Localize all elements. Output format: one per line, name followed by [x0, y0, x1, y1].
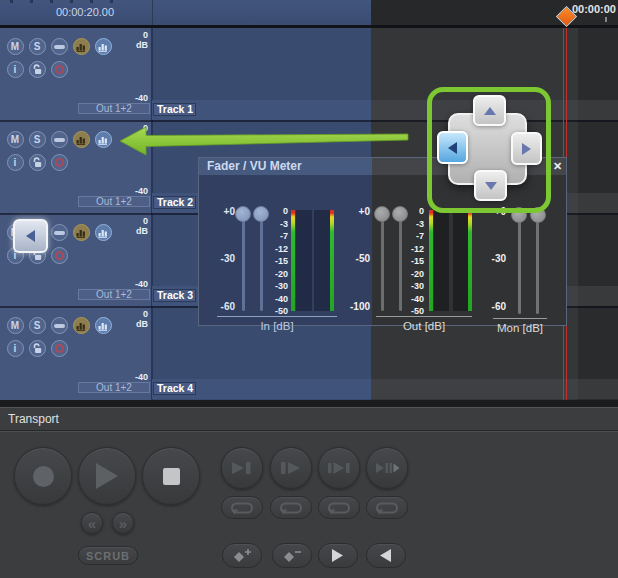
record-arm-button[interactable]: [51, 247, 68, 264]
meter-blue-button[interactable]: [95, 38, 112, 55]
in-fader-scale-0: +0: [205, 206, 235, 217]
loop-button-3[interactable]: [318, 496, 360, 519]
in-fader-scale-60: -60: [205, 301, 235, 312]
loop-button-1[interactable]: [221, 496, 263, 519]
loop-icon: [279, 501, 303, 515]
pan-button[interactable]: [51, 131, 68, 148]
forward-button[interactable]: »: [112, 512, 134, 534]
forward-icon: »: [119, 516, 127, 531]
track-name-tab[interactable]: Track 1: [153, 103, 196, 116]
pan-button[interactable]: [51, 224, 68, 241]
solo-label: S: [34, 135, 41, 145]
record-arm-button[interactable]: [51, 154, 68, 171]
pan-button[interactable]: [51, 317, 68, 334]
meter-blue-button[interactable]: [95, 224, 112, 241]
lock-button[interactable]: [29, 154, 46, 171]
track-name-tab[interactable]: Track 3: [153, 289, 196, 302]
loop-button-2[interactable]: [270, 496, 312, 519]
rewind-icon: «: [88, 516, 96, 531]
scrub-button[interactable]: SCRUB: [78, 546, 138, 565]
step-forward-button[interactable]: [318, 543, 358, 568]
meter-blue-button[interactable]: [95, 131, 112, 148]
mute-label: M: [11, 135, 19, 145]
scale-tick: 0: [259, 206, 288, 216]
mon-fader-track-left: [518, 214, 521, 314]
fader-scale-bottom: -40: [118, 186, 148, 196]
scale-tick: -30: [259, 281, 288, 291]
output-select[interactable]: Out 1+2: [78, 382, 150, 393]
step-back-button[interactable]: [366, 543, 406, 568]
nav-left-button-floating[interactable]: [13, 219, 48, 253]
transport-title: Transport: [8, 412, 59, 426]
output-select[interactable]: Out 1+2: [78, 103, 150, 114]
play-from-start-button[interactable]: [270, 447, 312, 489]
lock-button[interactable]: [29, 61, 46, 78]
marker-add-button[interactable]: [222, 543, 262, 568]
play-pause-play-button[interactable]: [366, 447, 408, 489]
record-arm-button[interactable]: [51, 340, 68, 357]
fader-scale-unit: dB: [118, 319, 148, 329]
output-select[interactable]: Out 1+2: [78, 289, 150, 300]
in-fader-track-left: [242, 214, 245, 311]
mute-button[interactable]: M: [7, 38, 24, 55]
marker-add-icon: [231, 548, 253, 564]
close-icon[interactable]: ✕: [550, 159, 565, 174]
lock-open-icon: [32, 64, 43, 75]
scale-tick: -3: [395, 219, 424, 229]
play-button[interactable]: [78, 447, 136, 505]
fader-scale-unit: dB: [118, 40, 148, 50]
meter-gold-button[interactable]: [73, 224, 90, 241]
play-to-end-button[interactable]: [221, 447, 263, 489]
track-name: Track 4: [157, 382, 193, 394]
out-meter-well-right: [453, 210, 468, 311]
track-name: Track 2: [157, 196, 193, 208]
meter-gold-button[interactable]: [73, 38, 90, 55]
scale-tick: -3: [259, 219, 288, 229]
mon-fader-scale-60: -60: [476, 301, 506, 312]
in-meter-bar-left: [291, 210, 295, 311]
bar-chart-icon: [98, 134, 109, 145]
transport-panel: Transport « » SCRUB: [0, 407, 618, 578]
stop-button[interactable]: [142, 447, 200, 505]
in-meter-scale: 0 -3 -7 -12 -15 -20 -30 -40 -50: [259, 206, 288, 316]
track-name-tab[interactable]: Track 4: [153, 382, 196, 395]
out-section-line: [376, 316, 472, 317]
bar-chart-icon: [76, 227, 87, 238]
track-footer-band: [152, 379, 618, 399]
rewind-button[interactable]: «: [81, 512, 103, 534]
fader-scale-unit: dB: [118, 226, 148, 236]
dash-icon: [54, 324, 65, 328]
bar-chart-icon: [76, 41, 87, 52]
marker-remove-button[interactable]: [272, 543, 312, 568]
play-range-button[interactable]: [318, 447, 360, 489]
in-fader-knob-left[interactable]: [235, 206, 251, 222]
loop-icon: [375, 501, 399, 515]
arrow-left-icon: [26, 230, 35, 242]
record-arm-button[interactable]: [51, 61, 68, 78]
record-button[interactable]: [14, 447, 72, 505]
output-select[interactable]: Out 1+2: [78, 196, 150, 207]
out-section-label: Out [dB]: [376, 320, 472, 332]
solo-button[interactable]: S: [29, 131, 46, 148]
info-button[interactable]: i: [7, 154, 24, 171]
scale-tick: -7: [395, 231, 424, 241]
meter-gold-button[interactable]: [73, 317, 90, 334]
mute-button[interactable]: M: [7, 317, 24, 334]
mute-button[interactable]: M: [7, 131, 24, 148]
dash-icon: [54, 138, 65, 142]
fader-scale-bottom: -40: [118, 372, 148, 382]
info-button[interactable]: i: [7, 340, 24, 357]
scale-tick: -12: [395, 244, 424, 254]
lock-button[interactable]: [29, 340, 46, 357]
out-fader-knob-left[interactable]: [374, 206, 390, 222]
pan-button[interactable]: [51, 38, 68, 55]
solo-button[interactable]: S: [29, 317, 46, 334]
ruler-minor-tick: [605, 17, 607, 22]
meter-gold-button[interactable]: [73, 131, 90, 148]
loop-button-4[interactable]: [366, 496, 408, 519]
track-name-tab[interactable]: Track 2: [153, 196, 196, 209]
solo-button[interactable]: S: [29, 38, 46, 55]
meter-blue-button[interactable]: [95, 317, 112, 334]
dash-icon: [54, 231, 65, 235]
info-button[interactable]: i: [7, 61, 24, 78]
